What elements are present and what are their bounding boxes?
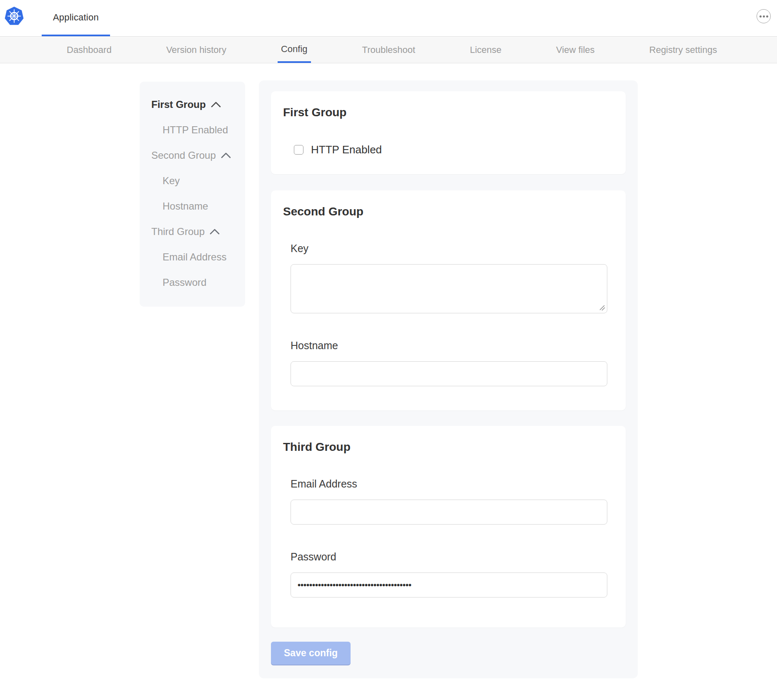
sidebar-group-label: Second Group [151, 150, 216, 161]
tab-troubleshoot[interactable]: Troubleshoot [359, 37, 419, 63]
key-field [291, 264, 607, 313]
email-address-input[interactable] [291, 500, 607, 525]
save-config-button[interactable]: Save config [271, 642, 351, 665]
chevron-up-icon [211, 101, 221, 108]
config-sidebar: First Group HTTP Enabled Second Group Ke… [140, 82, 245, 307]
app-screen: Application Dashboard Version history Co… [0, 0, 777, 700]
sidebar-group-label: First Group [151, 99, 206, 110]
sidebar-group-first-group[interactable]: First Group [140, 92, 245, 117]
password-label: Password [291, 550, 607, 563]
hostname-label: Hostname [291, 339, 607, 352]
sidebar-group-third-group[interactable]: Third Group [140, 219, 245, 244]
tab-dashboard[interactable]: Dashboard [63, 37, 115, 63]
sidebar-group-second-group[interactable]: Second Group [140, 142, 245, 168]
chevron-up-icon [221, 152, 231, 159]
app-subnav: Dashboard Version history Config Trouble… [0, 37, 777, 63]
sidebar-group-label: Third Group [151, 226, 205, 238]
tab-registry-settings[interactable]: Registry settings [646, 37, 721, 63]
sidebar-item-key[interactable]: Key [140, 168, 245, 193]
config-panel: First Group HTTP Enabled Second Group Ke… [259, 80, 638, 678]
group-title: Third Group [283, 440, 607, 454]
tab-config[interactable]: Config [278, 37, 311, 63]
tab-version-history[interactable]: Version history [163, 37, 230, 63]
config-group-third: Third Group Email Address Password [271, 426, 626, 628]
group-title: First Group [283, 105, 607, 120]
app-title-tab[interactable]: Application [42, 0, 110, 36]
http-enabled-field: HTTP Enabled [294, 143, 607, 156]
hostname-input[interactable] [291, 361, 607, 386]
overflow-menu-button[interactable] [757, 9, 771, 23]
email-address-label: Email Address [291, 478, 607, 490]
config-group-first: First Group HTTP Enabled [271, 91, 626, 174]
key-textarea[interactable] [291, 264, 607, 313]
kubernetes-logo-icon [4, 6, 24, 26]
group-title: Second Group [283, 205, 607, 219]
tab-view-files[interactable]: View files [553, 37, 598, 63]
ellipsis-icon [759, 15, 762, 18]
key-label: Key [291, 242, 607, 255]
sidebar-item-hostname[interactable]: Hostname [140, 193, 245, 219]
password-input[interactable] [291, 572, 607, 598]
http-enabled-checkbox[interactable] [294, 145, 303, 155]
app-title: Application [53, 12, 99, 23]
sidebar-item-email-address[interactable]: Email Address [140, 244, 245, 270]
sidebar-item-password[interactable]: Password [140, 270, 245, 295]
sidebar-item-http-enabled[interactable]: HTTP Enabled [140, 117, 245, 142]
top-header: Application [0, 0, 777, 37]
checkbox-label[interactable]: HTTP Enabled [311, 143, 382, 156]
config-group-second: Second Group Key Hostname [271, 190, 626, 410]
chevron-up-icon [210, 228, 220, 235]
tab-license[interactable]: License [466, 37, 505, 63]
